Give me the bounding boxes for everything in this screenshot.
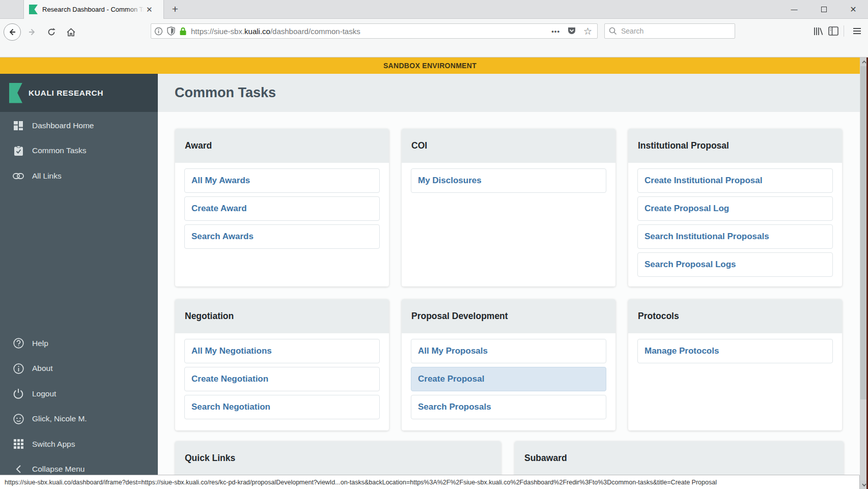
secure-lock-icon[interactable] (179, 27, 187, 36)
browser-navbar: https://siue-sbx.kuali.co/dashboard/comm… (0, 19, 868, 45)
card-protocols: Protocols Manage Protocols (628, 299, 842, 430)
search-placeholder: Search (621, 27, 643, 35)
toolbar-separator (844, 25, 844, 37)
search-box[interactable]: Search (604, 23, 735, 39)
card-protocols-header: Protocols (628, 299, 842, 333)
link-create-proposal-log[interactable]: Create Proposal Log (637, 196, 833, 221)
link-all-my-awards[interactable]: All My Awards (184, 168, 380, 193)
link-create-proposal[interactable]: Create Proposal (411, 367, 606, 391)
dashboard-icon (13, 120, 24, 131)
bookmark-star-icon[interactable]: ☆ (583, 26, 592, 36)
browser-titlebar: Research Dashboard - Common Tasks ✕ + — … (0, 0, 868, 19)
banner-text: SANDBOX ENVIRONMENT (383, 62, 477, 70)
page-title-band: Common Tasks (158, 74, 860, 112)
user-icon (13, 413, 24, 424)
page-actions-icon[interactable]: ••• (551, 27, 560, 35)
window-close-button[interactable]: ✕ (838, 0, 868, 18)
card-coi: COI My Disclosures (402, 129, 615, 286)
reload-button[interactable] (43, 24, 60, 40)
sidebar-item-logout[interactable]: Logout (0, 381, 158, 407)
tab-title: Research Dashboard - Common Tasks (42, 5, 144, 14)
home-button[interactable] (63, 24, 79, 40)
sandbox-environment-banner: SANDBOX ENVIRONMENT (0, 57, 860, 74)
link-create-institutional-proposal[interactable]: Create Institutional Proposal (637, 168, 833, 193)
card-institutional-proposal-header: Institutional Proposal (628, 129, 842, 163)
card-coi-header: COI (402, 129, 615, 163)
browser-tab[interactable]: Research Dashboard - Common Tasks ✕ (23, 0, 164, 19)
sidebar: KUALI RESEARCH Dashboard Home Common Tas… (0, 74, 158, 489)
tracking-shield-icon[interactable] (167, 26, 175, 36)
link-preview-url: https://siue-sbx.kuali.co/dashboard/ifra… (5, 479, 717, 486)
sidebar-item-dashboard-home[interactable]: Dashboard Home (0, 113, 158, 138)
bookmarks-bar (0, 45, 868, 57)
link-search-negotiation[interactable]: Search Negotiation (184, 395, 380, 419)
library-icon[interactable] (813, 26, 823, 36)
apps-grid-icon (13, 439, 24, 450)
card-award-header: Award (175, 129, 389, 163)
chevron-left-icon (13, 464, 24, 475)
card-proposal-development-header: Proposal Development (402, 299, 615, 333)
window-maximize-button[interactable] (809, 0, 838, 18)
card-quick-links-header: Quick Links (175, 441, 501, 475)
link-search-proposals[interactable]: Search Proposals (411, 395, 606, 419)
status-bar: https://siue-sbx.kuali.co/dashboard/ifra… (0, 475, 860, 489)
tasks-icon (13, 145, 24, 156)
link-create-award[interactable]: Create Award (184, 196, 380, 221)
sidebar-toggle-icon[interactable] (828, 26, 838, 36)
pocket-icon[interactable] (567, 26, 576, 36)
kuali-logo-icon (9, 83, 22, 103)
link-search-awards[interactable]: Search Awards (184, 224, 380, 249)
link-icon (13, 170, 24, 182)
menu-icon[interactable] (849, 28, 865, 34)
sidebar-item-about[interactable]: About (0, 356, 158, 382)
sidebar-item-common-tasks[interactable]: Common Tasks (0, 138, 158, 164)
brand-name: KUALI RESEARCH (29, 89, 103, 98)
kuali-favicon-icon (29, 5, 38, 14)
link-all-my-negotiations[interactable]: All My Negotiations (184, 339, 380, 363)
window-minimize-button[interactable]: — (779, 0, 809, 18)
brand-header: KUALI RESEARCH (0, 74, 158, 112)
url-text: https://siue-sbx.kuali.co/dashboard/comm… (191, 27, 551, 36)
page-title: Common Tasks (175, 74, 860, 112)
help-icon (13, 338, 24, 349)
link-all-my-proposals[interactable]: All My Proposals (411, 339, 606, 363)
link-search-proposal-logs[interactable]: Search Proposal Logs (637, 252, 833, 277)
back-button[interactable] (4, 23, 21, 41)
link-manage-protocols[interactable]: Manage Protocols (637, 339, 833, 363)
search-icon (609, 27, 617, 35)
main-content: Common Tasks Award All My Awards Create … (158, 74, 860, 489)
link-create-negotiation[interactable]: Create Negotiation (184, 367, 380, 391)
card-institutional-proposal: Institutional Proposal Create Institutio… (628, 129, 842, 286)
new-tab-button[interactable]: + (169, 3, 182, 16)
url-bar[interactable]: https://siue-sbx.kuali.co/dashboard/comm… (151, 23, 598, 39)
sidebar-item-all-links[interactable]: All Links (0, 163, 158, 189)
link-my-disclosures[interactable]: My Disclosures (411, 168, 606, 193)
sidebar-item-help[interactable]: Help (0, 331, 158, 356)
tab-close-icon[interactable]: ✕ (146, 6, 153, 13)
card-proposal-development: Proposal Development All My Proposals Cr… (402, 299, 615, 430)
card-award: Award All My Awards Create Award Search … (175, 129, 389, 286)
page-info-icon[interactable] (154, 27, 163, 36)
power-icon (13, 388, 24, 399)
about-icon (13, 363, 24, 374)
link-search-institutional-proposals[interactable]: Search Institutional Proposals (637, 224, 833, 249)
card-subaward-header: Subaward (515, 441, 844, 475)
forward-button[interactable] (24, 24, 40, 40)
sidebar-item-user[interactable]: Glick, Nicole M. (0, 407, 158, 432)
maximize-icon (821, 7, 827, 12)
card-negotiation-header: Negotiation (175, 299, 389, 333)
sidebar-item-switch-apps[interactable]: Switch Apps (0, 432, 158, 457)
card-negotiation: Negotiation All My Negotiations Create N… (175, 299, 389, 430)
